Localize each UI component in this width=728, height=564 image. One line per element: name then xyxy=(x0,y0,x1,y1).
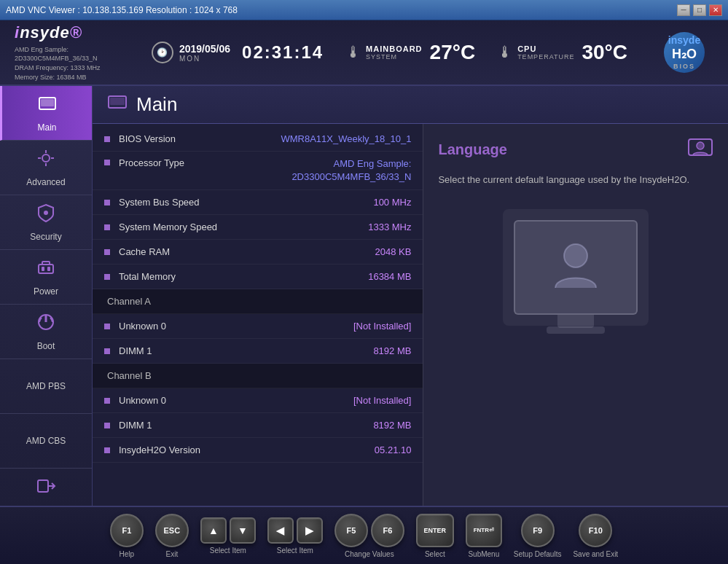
security-icon xyxy=(36,203,56,227)
clock-icon: 🕑 xyxy=(152,42,173,63)
minimize-button[interactable]: ─ xyxy=(677,4,690,16)
sidebar-item-advanced[interactable]: Advanced xyxy=(0,141,92,195)
sidebar-item-security[interactable]: Security xyxy=(0,195,92,250)
value-channel-a-dimm1: 8192 MB xyxy=(373,345,411,356)
label-channel-b: Channel B xyxy=(107,370,152,381)
esc-label: Exit xyxy=(165,550,178,558)
f10-label: Save and Exit xyxy=(573,550,618,558)
sidebar-item-amd-pbs[interactable]: AMD PBS xyxy=(0,359,92,414)
enter-button[interactable]: ENTER xyxy=(416,514,454,547)
insyde-logo: insyde® xyxy=(15,23,82,42)
label-memory-speed: System Memory Speed xyxy=(119,222,368,232)
f10-button[interactable]: F10 xyxy=(579,514,612,547)
settings-row-processor-type[interactable]: Processor Type AMD Eng Sample:2D3300C5M4… xyxy=(93,152,423,190)
info-panel-image xyxy=(503,209,649,326)
settings-row-bios-version[interactable]: BIOS Version WMR8A11X_Weekly_18_10_1 xyxy=(93,127,423,152)
sidebar-item-main[interactable]: Main xyxy=(0,86,92,141)
settings-list[interactable]: BIOS Version WMR8A11X_Weekly_18_10_1 Pro… xyxy=(93,124,423,506)
f5-button[interactable]: F5 xyxy=(334,514,368,547)
person-illustration xyxy=(547,235,605,299)
boot-icon xyxy=(36,312,56,337)
maximize-button[interactable]: □ xyxy=(693,4,706,16)
enter-label: Select xyxy=(425,550,445,558)
info-panel-title: Language xyxy=(438,141,506,158)
settings-row-cache-ram[interactable]: Cache RAM 2048 KB xyxy=(93,240,423,265)
key-f5f6-group: F5 F6 Change Values xyxy=(334,514,404,558)
close-button[interactable]: ✕ xyxy=(709,4,722,16)
f9-button[interactable]: F9 xyxy=(521,514,555,547)
sidebar-label-advanced: Advanced xyxy=(26,177,65,187)
titlebar-title: AMD VNC Viewer : 10.138.135.169 Resoluti… xyxy=(6,5,238,15)
content-header: Main xyxy=(93,86,728,124)
right-arrow-button[interactable]: ▶ xyxy=(297,517,323,544)
submenu-label: SubMenu xyxy=(468,550,499,558)
svg-point-22 xyxy=(564,244,587,267)
key-esc[interactable]: ESC Exit xyxy=(155,514,189,558)
monitor-base xyxy=(547,326,605,334)
sidebar-label-power: Power xyxy=(34,286,58,297)
info-panel-person-icon xyxy=(687,136,713,167)
label-bus-speed: System Bus Speed xyxy=(119,197,373,208)
value-insyde-version: 05.21.10 xyxy=(375,444,412,455)
sidebar-item-boot[interactable]: Boot xyxy=(0,305,92,359)
key-f1[interactable]: F1 Help xyxy=(110,514,144,558)
key-f9[interactable]: F9 Setup Defaults xyxy=(514,514,562,558)
key-f10[interactable]: F10 Save and Exit xyxy=(573,514,618,558)
f1-label: Help xyxy=(120,550,135,558)
bullet-channel-a-dimm1 xyxy=(104,348,110,354)
exit-icon xyxy=(36,476,56,501)
value-cache-ram: 2048 KB xyxy=(375,246,412,257)
settings-section-channel-a: Channel A xyxy=(93,289,423,314)
info-panel: Language Select the current default lang… xyxy=(423,124,728,506)
sidebar-item-amd-cbs[interactable]: AMD CBS xyxy=(0,414,92,469)
settings-row-channel-a-unknown[interactable]: Unknown 0 [Not Installed] xyxy=(93,314,423,339)
bullet-channel-b-unknown xyxy=(104,398,110,404)
sidebar-label-amd-cbs: AMD CBS xyxy=(26,436,66,446)
value-channel-a-unknown: [Not Installed] xyxy=(353,321,412,332)
key-enter[interactable]: ENTER Select xyxy=(416,514,454,558)
svg-rect-1 xyxy=(41,99,54,106)
settings-row-channel-a-dimm1[interactable]: DIMM 1 8192 MB xyxy=(93,339,423,364)
monitor-stand xyxy=(557,315,594,328)
label-channel-a: Channel A xyxy=(107,296,151,307)
sidebar-item-power[interactable]: Power xyxy=(0,250,92,305)
settings-row-total-memory[interactable]: Total Memory 16384 MB xyxy=(93,265,423,289)
value-processor-type: AMD Eng Sample:2D3300C5M4MFB_36/33_N xyxy=(291,157,411,184)
settings-row-channel-b-unknown[interactable]: Unknown 0 [Not Installed] xyxy=(93,388,423,413)
key-submenu-group: FNTR⏎ SubMenu xyxy=(466,514,502,558)
settings-row-bus-speed[interactable]: System Bus Speed 100 MHz xyxy=(93,190,423,215)
svg-rect-15 xyxy=(38,480,48,492)
logo-area: insyde® AMD Eng Sample: 2D3300C5M4MFB_36… xyxy=(15,23,124,82)
f1-button[interactable]: F1 xyxy=(110,514,144,547)
power-icon xyxy=(36,257,56,282)
settings-row-insyde-version[interactable]: InsydeH2O Version 05.21.10 xyxy=(93,438,423,463)
up-arrow-button[interactable]: ▲ xyxy=(200,517,227,544)
bullet-bios-version xyxy=(104,136,110,142)
bullet-channel-a-unknown xyxy=(104,324,110,329)
bullet-total-memory xyxy=(104,274,110,280)
svg-rect-12 xyxy=(47,267,50,271)
leftright-label: Select Item xyxy=(277,547,313,555)
bullet-processor-type xyxy=(104,160,110,165)
f5f6-label: Change Values xyxy=(345,550,394,558)
date-value: 2019/05/06 xyxy=(179,43,230,55)
f9-label: Setup Defaults xyxy=(514,550,562,558)
f6-button[interactable]: F6 xyxy=(371,514,404,547)
titlebar-controls[interactable]: ─ □ ✕ xyxy=(677,4,722,16)
titlebar: AMD VNC Viewer : 10.138.135.169 Resoluti… xyxy=(0,0,728,20)
value-channel-b-unknown: [Not Installed] xyxy=(353,395,412,406)
mainboard-temp: 🌡 MAINBOARD SYSTEM 27°C xyxy=(345,41,475,64)
down-arrow-button[interactable]: ▼ xyxy=(230,517,256,544)
submenu-button[interactable]: FNTR⏎ xyxy=(466,514,502,547)
left-arrow-button[interactable]: ◀ xyxy=(267,517,294,544)
sidebar-label-main: Main xyxy=(37,122,56,133)
sidebar-item-exit[interactable]: Exit xyxy=(0,469,92,506)
settings-row-channel-b-dimm1[interactable]: DIMM 1 8192 MB xyxy=(93,413,423,438)
key-updown-group: ▲ ▼ Select Item xyxy=(200,517,256,555)
settings-row-memory-speed[interactable]: System Memory Speed 1333 MHz xyxy=(93,215,423,240)
settings-section-channel-b: Channel B xyxy=(93,364,423,388)
esc-button[interactable]: ESC xyxy=(155,514,189,547)
content-body: BIOS Version WMR8A11X_Weekly_18_10_1 Pro… xyxy=(93,124,728,506)
thermometer-icon-1: 🌡 xyxy=(345,43,361,62)
monitor-illustration xyxy=(514,220,638,315)
